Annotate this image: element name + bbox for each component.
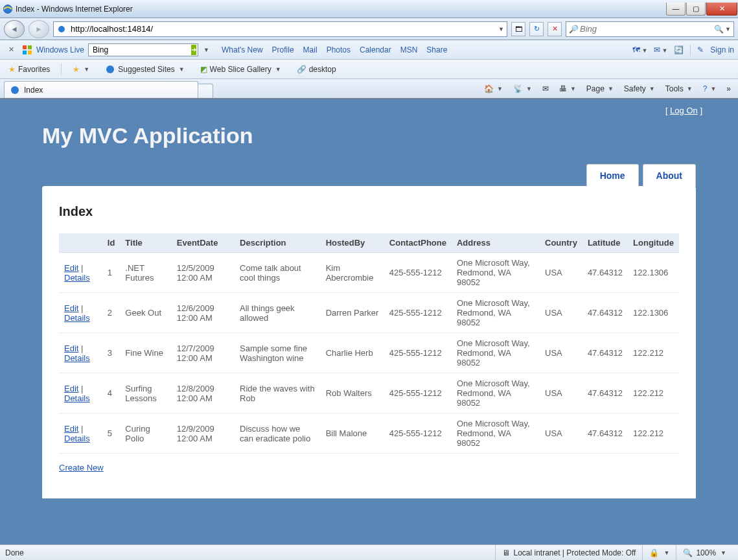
zone-label: Local intranet | Protected Mode: Off [513, 548, 636, 557]
wl-link-what-s-new[interactable]: What's New [222, 45, 263, 54]
address-dropdown-icon[interactable]: ▼ [498, 26, 504, 32]
new-tab-button[interactable] [198, 84, 213, 98]
maximize-button[interactable]: ▢ [686, 3, 706, 16]
compat-view-button[interactable]: 🗔 [511, 22, 525, 36]
zoom-control[interactable]: 🔍 100% ▼ [676, 545, 733, 560]
stop-button[interactable]: ✕ [548, 22, 562, 36]
web-slice-label: Web Slice Gallery [210, 65, 271, 74]
details-link[interactable]: Details [64, 353, 90, 363]
tools-menu[interactable]: Tools▼ [662, 82, 696, 95]
navigation-bar: ◄ ► ▼ 🗔 ↻ ✕ 🔎 🔍 ▼ [0, 18, 738, 40]
edit-link[interactable]: Edit [64, 384, 78, 393]
window-titlebar: Index - Windows Internet Explorer — ▢ ✕ [0, 0, 738, 18]
table-header-row: IdTitleEventDateDescriptionHostedByConta… [59, 233, 679, 253]
wl-link-share[interactable]: Share [426, 45, 447, 54]
refresh-button[interactable]: ↻ [529, 22, 544, 36]
wl-sync-button[interactable]: 🔄 [674, 45, 684, 54]
print-button[interactable]: 🖶▼ [556, 82, 579, 95]
cell-id: 5 [102, 414, 121, 454]
help-button[interactable]: ?▼ [700, 82, 720, 95]
nav-home[interactable]: Home [586, 164, 639, 187]
svg-point-8 [11, 86, 19, 94]
edit-link[interactable]: Edit [64, 303, 78, 313]
search-box[interactable]: 🔎 🔍 ▼ [566, 21, 734, 37]
cell-hostedby: Kim Abercrombie [321, 253, 384, 293]
logon-link[interactable]: Log On [670, 106, 698, 115]
search-go-icon[interactable]: 🔍 [714, 25, 724, 34]
star-icon: ★ [8, 65, 16, 74]
read-mail-button[interactable]: ✉ [539, 82, 552, 95]
wl-mail-button[interactable]: ✉▼ [654, 45, 667, 54]
page-menu[interactable]: Page▼ [583, 82, 617, 95]
cell-address: One Microsoft Way, Redmond, WA 98052 [452, 293, 540, 333]
col-eventdate: EventDate [172, 233, 235, 253]
cell-id: 3 [102, 333, 121, 373]
sign-in-link[interactable]: Sign in [710, 45, 734, 54]
expand-toolbar-icon[interactable]: » [723, 82, 734, 95]
wl-link-photos[interactable]: Photos [327, 45, 351, 54]
desktop-shortcut[interactable]: 🔗 desktop [292, 62, 341, 76]
wl-link-profile[interactable]: Profile [272, 45, 294, 54]
cell-eventdate: 12/7/2009 12:00 AM [172, 333, 235, 373]
search-input[interactable] [579, 23, 714, 34]
suggested-sites-button[interactable]: Suggested Sites ▼ [100, 62, 189, 77]
feeds-button[interactable]: 📡▼ [510, 82, 535, 95]
cell-lng: 122.212 [628, 333, 679, 373]
back-button[interactable]: ◄ [4, 20, 25, 38]
cell-hostedby: Rob Walters [321, 373, 384, 414]
safety-menu[interactable]: Safety▼ [621, 82, 658, 95]
wl-search-go-icon[interactable]: ➜ [191, 45, 196, 55]
create-new-link[interactable]: Create New [59, 463, 104, 472]
url-input[interactable] [69, 23, 494, 34]
favorites-label: Favorites [18, 65, 50, 74]
table-row: Edit | Details1.NET Futures12/5/2009 12:… [59, 253, 679, 293]
wl-link-mail[interactable]: Mail [303, 45, 317, 54]
favorites-button[interactable]: ★ Favorites [4, 62, 54, 76]
desktop-label: desktop [309, 65, 336, 74]
cell-title: Fine Wine [120, 333, 171, 373]
add-favorite-button[interactable]: ★ ▼ [68, 62, 94, 76]
nav-about[interactable]: About [643, 164, 696, 187]
details-link[interactable]: Details [64, 273, 90, 283]
page-favicon-icon [56, 24, 67, 34]
cell-country: USA [540, 373, 582, 414]
close-toolbar-button[interactable]: ✕ [4, 43, 18, 57]
cell-lat: 47.64312 [582, 333, 628, 373]
security-zone[interactable]: 🖥 Local intranet | Protected Mode: Off [495, 545, 642, 560]
col-country: Country [540, 233, 582, 253]
wl-map-button[interactable]: 🗺▼ [632, 45, 647, 54]
details-link[interactable]: Details [64, 434, 90, 443]
minimize-button[interactable]: — [666, 3, 686, 16]
edit-link[interactable]: Edit [64, 424, 78, 434]
wl-link-calendar[interactable]: Calendar [360, 45, 391, 54]
wl-edit-button[interactable]: ✎ [697, 45, 704, 54]
cell-lat: 47.64312 [582, 253, 628, 293]
protected-mode-button[interactable]: 🔒▼ [642, 545, 676, 560]
edit-link[interactable]: Edit [64, 344, 78, 353]
windows-live-brand[interactable]: Windows Live [36, 45, 84, 54]
ie-small-icon [105, 64, 115, 75]
browser-tab[interactable]: Index [4, 81, 198, 98]
cell-id: 4 [102, 373, 121, 414]
search-provider-dropdown-icon[interactable]: ▼ [725, 26, 731, 32]
home-button[interactable]: 🏠▼ [481, 82, 506, 95]
wl-search-box[interactable]: ➜ [88, 43, 198, 56]
wl-link-msn[interactable]: MSN [400, 45, 418, 54]
details-link[interactable]: Details [64, 313, 90, 323]
svg-point-7 [106, 65, 114, 73]
address-bar[interactable]: ▼ [53, 21, 507, 37]
close-button[interactable]: ✕ [706, 3, 737, 16]
wl-search-input[interactable] [91, 45, 191, 55]
forward-button[interactable]: ► [29, 20, 49, 38]
cell-hostedby: Charlie Herb [321, 333, 384, 373]
col-title: Title [120, 233, 171, 253]
wl-search-dropdown-icon[interactable]: ▼ [203, 47, 209, 53]
app-title: My MVC Application [42, 123, 738, 148]
main-content: Index IdTitleEventDateDescriptionHostedB… [42, 186, 696, 498]
web-slice-button[interactable]: ◩ Web Slice Gallery ▼ [196, 62, 286, 76]
edit-link[interactable]: Edit [64, 263, 78, 273]
cell-phone: 425-555-1212 [384, 293, 452, 333]
details-link[interactable]: Details [64, 393, 90, 403]
zoom-value: 100% [696, 548, 716, 557]
tab-title: Index [24, 86, 43, 95]
